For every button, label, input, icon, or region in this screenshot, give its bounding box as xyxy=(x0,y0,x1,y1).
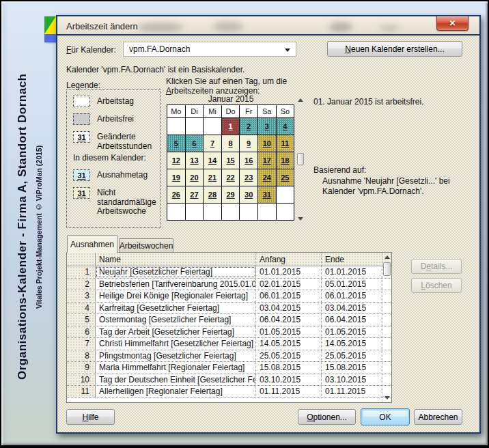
cancel-button[interactable]: Abbrechen xyxy=(414,409,462,425)
calendar-day-4[interactable]: 4 xyxy=(277,118,295,135)
exception-start: 15.08.2015 xyxy=(256,362,322,374)
calendar-day-20[interactable]: 20 xyxy=(186,169,204,186)
calendar-day-25[interactable]: 25 xyxy=(277,169,295,186)
calendar-day-6[interactable]: 6 xyxy=(186,135,204,152)
table-row[interactable]: 7Christi Himmelfahrt [Gesetzlicher Feier… xyxy=(67,338,391,350)
table-scrollbar[interactable] xyxy=(382,253,391,402)
calendar-day-24[interactable]: 24 xyxy=(258,169,277,186)
calendar-day-9[interactable]: 9 xyxy=(240,135,258,152)
table-row[interactable]: 4Karfreitag [Gesetzlicher Feiertag]03.04… xyxy=(67,303,391,315)
legend-heading: Legende: xyxy=(66,81,100,90)
table-row[interactable]: 10Tag der Deutschen Einheit [Gesetzliche… xyxy=(67,374,391,387)
exception-name: Betriebsferien [Tarifvereinbarung 2015.0… xyxy=(96,279,256,290)
calendar-day-18[interactable]: 18 xyxy=(277,152,295,169)
row-number: 1 xyxy=(67,266,96,278)
calendar-empty-cell xyxy=(167,118,186,135)
close-button[interactable]: ✕ xyxy=(436,16,469,31)
table-row[interactable]: 9Maria Himmelfahrt [Regionaler Feiertag]… xyxy=(67,362,391,374)
calendar-day-29[interactable]: 29 xyxy=(222,186,240,204)
calendar-day-11[interactable]: 11 xyxy=(277,135,295,152)
dialog-client-area: Für Kalender: vpm.FA.Dornach Neuen Kalen… xyxy=(57,36,479,432)
exception-name: Neujahr [Gesetzlicher Feiertag] xyxy=(96,266,256,278)
scroll-up-icon[interactable] xyxy=(297,98,304,102)
exception-end: 06.01.2015 xyxy=(322,290,381,302)
based-on-label: Basierend auf: xyxy=(313,165,366,175)
options-button[interactable]: Optionen... xyxy=(298,409,356,425)
scroll-up-icon[interactable] xyxy=(382,255,391,259)
workday-swatch xyxy=(73,96,90,107)
calendar-day-31[interactable]: 31 xyxy=(258,186,277,204)
calendar-day-14[interactable]: 14 xyxy=(204,152,222,169)
calendar-day-12[interactable]: 12 xyxy=(167,152,186,169)
exception-end: 15.08.2015 xyxy=(322,362,381,374)
table-row[interactable]: 5Ostermontag [Gesetzlicher Feiertag]06.0… xyxy=(67,314,391,326)
table-row[interactable]: 2Betriebsferien [Tarifvereinbarung 2015.… xyxy=(67,279,391,291)
exception-end: 05.01.2015 xyxy=(322,279,381,290)
calendar-day-16[interactable]: 16 xyxy=(240,152,258,169)
nonworking-swatch xyxy=(73,113,90,125)
exception-start: 01.11.2015 xyxy=(256,386,322,397)
tab-exceptions[interactable]: Ausnahmen xyxy=(67,235,117,253)
exception-start: 06.04.2015 xyxy=(256,314,322,326)
calendar-day-28[interactable]: 28 xyxy=(204,186,222,204)
scroll-down-icon[interactable] xyxy=(382,396,391,400)
scroll-down-icon[interactable] xyxy=(297,217,304,221)
calendar-empty-cell xyxy=(277,186,295,204)
exception-end: 01.05.2015 xyxy=(322,326,381,338)
exceptions-table-body: 1Neujahr [Gesetzlicher Feiertag]01.01.20… xyxy=(67,266,391,398)
header-row-number xyxy=(67,253,96,266)
calendar-scrollbar-thumb[interactable] xyxy=(297,153,304,165)
header-start[interactable]: Anfang xyxy=(256,253,322,266)
calendar-day-30[interactable]: 30 xyxy=(240,186,258,204)
row-number: 11 xyxy=(67,386,96,397)
calendar-select[interactable]: vpm.FA.Dornach xyxy=(123,42,296,57)
exception-start: 25.05.2015 xyxy=(256,350,322,362)
tab-workweeks[interactable]: Arbeitswochen xyxy=(119,238,173,253)
table-row[interactable]: 8Pfingstmontag [Gesetzlicher Feiertag]25… xyxy=(67,350,391,363)
table-row[interactable]: 1Neujahr [Gesetzlicher Feiertag]01.01.20… xyxy=(67,266,391,279)
calendar-day-15[interactable]: 15 xyxy=(222,152,240,169)
dialog-titlebar[interactable]: Arbeitszeit ändern ✕ xyxy=(57,16,479,36)
calendar-scrollbar[interactable] xyxy=(297,97,304,222)
header-end[interactable]: Ende xyxy=(322,253,381,266)
exception-name: Tag der Arbeit [Gesetzlicher Feiertag] xyxy=(96,326,256,338)
calendar-empty-cell xyxy=(240,204,258,221)
calendar-day-27[interactable]: 27 xyxy=(186,186,204,204)
legend-item-nonstandard: 31 Nicht standardmäßige Arbeitswoche xyxy=(73,187,156,216)
new-calendar-button[interactable]: Neuen Kalender erstellen... xyxy=(327,41,462,57)
calendar-day-23[interactable]: 23 xyxy=(240,169,258,186)
calendar-day-3[interactable]: 3 xyxy=(258,118,277,135)
calendar-day-17[interactable]: 17 xyxy=(258,152,277,169)
table-row[interactable]: 11Allerheiligen [Regionaler Feiertag]01.… xyxy=(67,386,391,398)
legend-item-nonworking: Arbeitsfrei xyxy=(73,113,156,125)
header-name[interactable]: Name xyxy=(96,253,256,266)
help-button[interactable]: Hilfe xyxy=(66,409,115,425)
close-icon: ✕ xyxy=(449,18,456,28)
calendar-day-10[interactable]: 10 xyxy=(258,135,277,152)
calendar-day-19[interactable]: 19 xyxy=(167,169,186,186)
table-row[interactable]: 6Tag der Arbeit [Gesetzlicher Feiertag]0… xyxy=(67,326,391,339)
calendar-day-header-di: Di xyxy=(186,105,204,118)
table-row[interactable]: 3Heilige Drei Könige [Regionaler Feierta… xyxy=(67,290,391,303)
calendar-day-header-sa: Sa xyxy=(258,105,277,118)
calendar-day-13[interactable]: 13 xyxy=(186,152,204,169)
titlebar-glass-smudge xyxy=(138,23,183,31)
calendar-day-8[interactable]: 8 xyxy=(222,135,240,152)
calendar-day-5[interactable]: 5 xyxy=(167,135,186,152)
ok-button[interactable]: OK xyxy=(361,408,410,425)
calendar-day-21[interactable]: 21 xyxy=(204,169,222,186)
calendar-day-22[interactable]: 22 xyxy=(222,169,240,186)
calendar-day-7[interactable]: 7 xyxy=(204,135,222,152)
delete-button[interactable]: Löschen xyxy=(411,278,462,293)
exception-end: 01.11.2015 xyxy=(322,386,381,397)
window-frame: Organisations-Kalender - Firma A, Stando… xyxy=(1,1,488,445)
details-button[interactable]: Details... xyxy=(411,259,462,274)
edited-hours-swatch: 31 xyxy=(73,131,90,143)
table-scrollbar-thumb[interactable] xyxy=(383,262,391,276)
exception-start: 03.10.2015 xyxy=(256,374,322,386)
calendar-day-1[interactable]: 1 xyxy=(222,118,240,135)
exception-start: 01.01.2015 xyxy=(256,266,322,278)
for-calendar-label: Für Kalender: xyxy=(66,45,116,55)
calendar-day-2[interactable]: 2 xyxy=(240,118,258,135)
calendar-day-26[interactable]: 26 xyxy=(167,186,186,204)
